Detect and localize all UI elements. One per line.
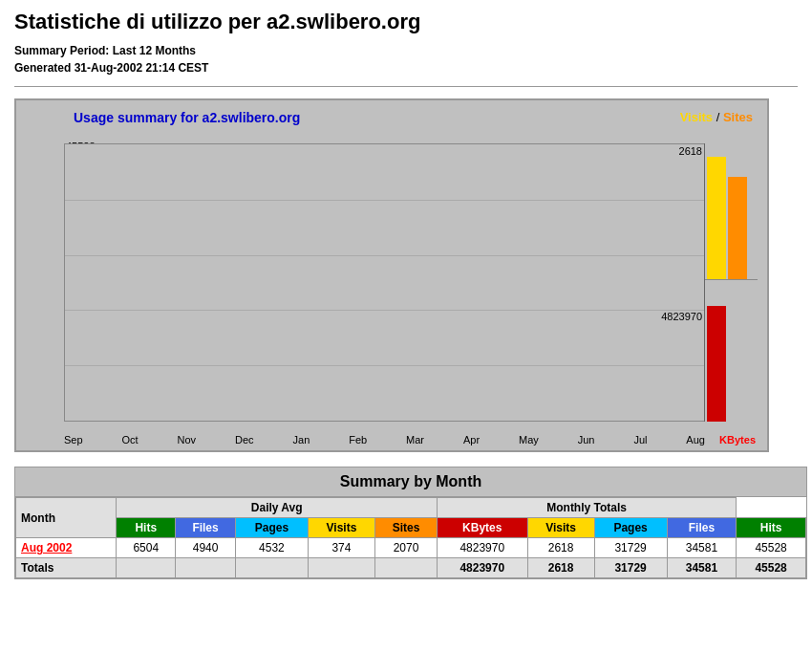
summary-period: Summary Period: Last 12 Months <box>14 42 798 59</box>
x-label-feb: Feb <box>349 434 367 446</box>
sites-legend-text: Sites <box>723 110 753 124</box>
pages-col-header: Pages <box>235 518 308 538</box>
x-label-jul: Jul <box>633 434 647 446</box>
grid-line <box>65 310 704 311</box>
sites-bar <box>728 177 747 278</box>
totals-pages-empty <box>235 558 308 578</box>
right-bottom-section <box>705 285 758 422</box>
x-label-nov: Nov <box>178 434 197 446</box>
aug-kbytes: 4823970 <box>438 538 528 558</box>
totals-m-pages: 31729 <box>594 558 667 578</box>
header-row-1: Month Daily Avg Monthly Totals <box>16 498 806 518</box>
totals-hits-empty <box>117 558 176 578</box>
x-label-sep: Sep <box>64 434 83 446</box>
right-top-section <box>705 143 758 280</box>
x-label-oct: Oct <box>122 434 139 446</box>
divider <box>14 86 798 87</box>
page-title: Statistiche di utilizzo per a2.swlibero.… <box>14 10 798 34</box>
totals-visits-empty <box>308 558 374 578</box>
aug-month-cell: Aug 2002 <box>16 538 117 558</box>
hits-col-header: Hits <box>117 518 176 538</box>
aug-hits: 6504 <box>117 538 176 558</box>
sites-col-header: Sites <box>375 518 438 538</box>
m-hits-col-header: Hits <box>737 518 806 538</box>
daily-avg-header: Daily Avg <box>117 498 438 518</box>
x-label-mar: Mar <box>406 434 424 446</box>
kbytes-axis-label: KBytes <box>719 434 756 446</box>
grid-line <box>65 255 704 256</box>
right-kbytes-number: 4823970 <box>661 311 702 322</box>
aug-pages: 4532 <box>235 538 308 558</box>
kbytes-bar <box>707 306 726 422</box>
chart-title: Usage summary for a2.swlibero.org <box>74 110 300 125</box>
totals-m-hits: 45528 <box>737 558 806 578</box>
totals-kbytes: 4823970 <box>438 558 528 578</box>
totals-files-empty <box>176 558 236 578</box>
totals-m-visits: 2618 <box>527 558 594 578</box>
aug-month-link[interactable]: Aug 2002 <box>21 541 72 554</box>
x-label-jun: Jun <box>578 434 595 446</box>
visits-bar <box>707 157 726 278</box>
aug-m-files: 34581 <box>667 538 737 558</box>
generated-label: Generated 31-Aug-2002 21:14 CEST <box>14 59 798 76</box>
grid-line <box>65 200 704 201</box>
visits-sites-legend: Visits / Sites <box>680 110 753 124</box>
month-header: Month <box>16 498 117 538</box>
chart-plot-area <box>64 143 705 422</box>
m-pages-col-header: Pages <box>594 518 667 538</box>
aug-visits: 374 <box>308 538 374 558</box>
summary-section: Summary by Month Month Daily Avg Monthly… <box>14 467 807 579</box>
chart-right-panel <box>705 143 758 422</box>
totals-sites-empty <box>375 558 438 578</box>
aug-files: 4940 <box>176 538 236 558</box>
header-row-2: Hits Files Pages Visits Sites KBytes Vis… <box>16 518 806 538</box>
usage-chart: Usage summary for a2.swlibero.org Visits… <box>14 98 769 452</box>
summary-title: Summary by Month <box>15 467 806 497</box>
m-visits-col-header: Visits <box>527 518 594 538</box>
grid-line <box>65 365 704 366</box>
visits-legend-text: Visits <box>680 110 713 124</box>
data-row-aug: Aug 2002 6504 4940 4532 374 2070 4823970… <box>16 538 806 558</box>
totals-label: Totals <box>16 558 117 578</box>
m-files-col-header: Files <box>667 518 737 538</box>
x-label-aug: Aug <box>686 434 705 446</box>
x-label-jan: Jan <box>293 434 310 446</box>
right-visits-number: 2618 <box>679 145 702 157</box>
x-label-dec: Dec <box>235 434 254 446</box>
summary-table: Month Daily Avg Monthly Totals Hits File… <box>15 497 806 578</box>
x-label-may: May <box>519 434 539 446</box>
visits-col-header: Visits <box>308 518 374 538</box>
aug-sites: 2070 <box>375 538 438 558</box>
aug-m-pages: 31729 <box>594 538 667 558</box>
x-axis-labels: Sep Oct Nov Dec Jan Feb Mar Apr May Jun … <box>64 434 705 446</box>
monthly-totals-header: Monthly Totals <box>438 498 737 518</box>
x-label-apr: Apr <box>463 434 480 446</box>
totals-row: Totals 4823970 2618 31729 34581 45528 <box>16 558 806 578</box>
totals-m-files: 34581 <box>667 558 737 578</box>
aug-m-visits: 2618 <box>527 538 594 558</box>
files-col-header: Files <box>176 518 236 538</box>
kbytes-col-header: KBytes <box>438 518 528 538</box>
aug-m-hits: 45528 <box>737 538 806 558</box>
